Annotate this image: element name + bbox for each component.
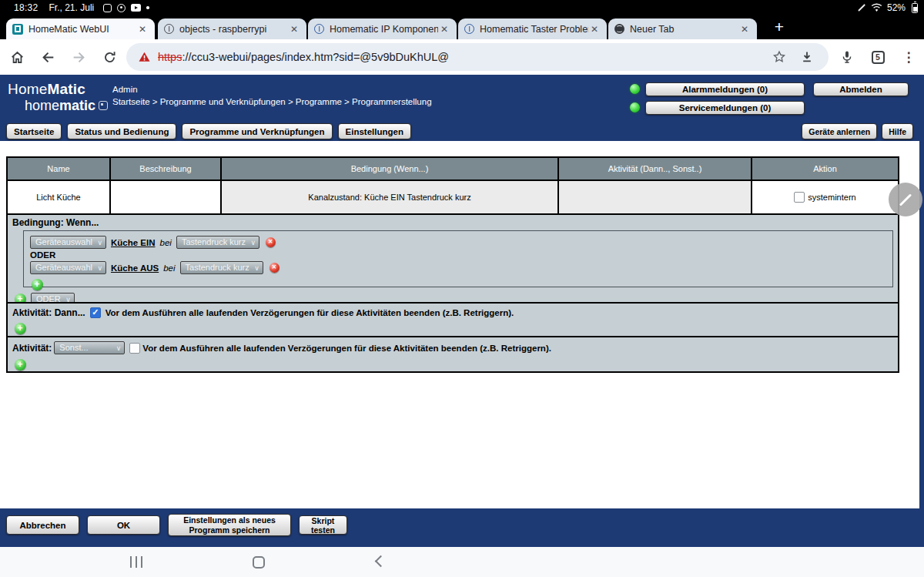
- nav-einstellungen[interactable]: Einstellungen: [338, 123, 411, 139]
- col-name: Name: [8, 158, 111, 179]
- logout-button[interactable]: Abmelden: [813, 82, 909, 96]
- tab-title: objects - raspberrypi: [179, 24, 288, 35]
- star-icon: [772, 49, 787, 65]
- main-nav: Startseite Status und Bedienung Programm…: [0, 122, 924, 141]
- wifi-icon: [871, 3, 882, 12]
- browser-toolbar: https://ccu3-webui/pages/index.htm?sid=@…: [0, 39, 924, 75]
- nav-right: Geräte anlernen Hilfe: [802, 123, 924, 139]
- condition-section: Bedingung: Wenn... Geräteauswahl Küche E…: [8, 213, 898, 302]
- tab-homematic-taster-problem[interactable]: Homematic Taster Problem ✕: [458, 18, 607, 39]
- nav-programme-und-verknuepfungen[interactable]: Programme und Verknüpfungen: [182, 123, 332, 139]
- service-led-icon: [630, 102, 640, 112]
- program-aktion: systemintern: [752, 181, 898, 213]
- youtube-icon: [131, 4, 141, 12]
- channel-link[interactable]: Küche EIN: [111, 238, 156, 247]
- cancel-button[interactable]: Abbrechen: [6, 515, 79, 535]
- date: Fr., 21. Juli: [49, 2, 95, 13]
- then-retrigger-checkbox[interactable]: [90, 307, 101, 318]
- systemintern-checkbox[interactable]: [794, 192, 805, 203]
- footer-bar: Abbrechen OK Einstellungen als neues Pro…: [0, 508, 924, 547]
- close-icon[interactable]: ✕: [438, 22, 450, 36]
- home-icon: [9, 49, 25, 65]
- program-beschreibung[interactable]: [111, 181, 222, 213]
- browser-menu-button[interactable]: ⋮: [893, 42, 924, 72]
- else-section: Aktivität: Sonst... Vor dem Ausführen al…: [8, 336, 898, 371]
- android-back-button[interactable]: [375, 555, 387, 568]
- delete-condition-icon[interactable]: [266, 237, 276, 247]
- download-icon: [799, 49, 815, 65]
- url-scheme: https: [158, 51, 182, 63]
- nav-status-und-bedienung[interactable]: Status und Bedienung: [67, 123, 176, 139]
- recents-button[interactable]: [130, 556, 142, 568]
- tab-homematic-webui[interactable]: HomeMatic WebUI ✕: [6, 18, 155, 39]
- tab-homematic-ip-komponenten[interactable]: Homematic IP Komponenten ✕: [308, 18, 457, 39]
- else-retrigger-note: Vor dem Ausführen alle laufenden Verzöge…: [142, 344, 551, 353]
- else-retrigger-checkbox[interactable]: [129, 343, 140, 354]
- notification-icons: [103, 4, 149, 12]
- download-button[interactable]: [793, 42, 821, 72]
- objects-favicon-icon: [164, 24, 174, 34]
- else-label: Aktivität:: [12, 343, 52, 354]
- tab-title: HomeMatic WebUI: [28, 24, 136, 35]
- tab-neuer-tab[interactable]: Neuer Tab ✕: [608, 18, 757, 39]
- alarm-messages-button[interactable]: Alarmmeldungen (0): [645, 82, 805, 96]
- android-nav-bar: [0, 547, 924, 577]
- program-name[interactable]: Licht Küche: [8, 181, 111, 213]
- tab-switcher-button[interactable]: 5: [862, 42, 893, 72]
- logo-line2: home: [25, 98, 59, 113]
- program-aktivitaet: [559, 181, 752, 213]
- address-bar[interactable]: https://ccu3-webui/pages/index.htm?sid=@…: [126, 43, 829, 71]
- voice-search-button[interactable]: [832, 42, 862, 72]
- android-home-button[interactable]: [253, 556, 265, 569]
- nav-startseite[interactable]: Startseite: [6, 123, 62, 139]
- event-select[interactable]: Tastendruck kurz: [180, 261, 263, 274]
- then-label: Aktivität: Dann...: [12, 307, 85, 318]
- close-icon[interactable]: ✕: [588, 22, 601, 36]
- bookmark-button[interactable]: [765, 42, 793, 72]
- tab-count: 5: [872, 51, 885, 64]
- ok-button[interactable]: OK: [87, 515, 160, 535]
- device-select[interactable]: Geräteauswahl: [30, 236, 106, 249]
- url-text: https://ccu3-webui/pages/index.htm?sid=@…: [158, 51, 765, 63]
- homematic-logo: HomeMatic homematic: [8, 81, 108, 114]
- close-icon[interactable]: ✕: [738, 22, 751, 36]
- nav-geraete-anlernen[interactable]: Geräte anlernen: [802, 123, 877, 139]
- add-condition-icon[interactable]: [32, 279, 43, 290]
- else-select[interactable]: Sonst...: [54, 341, 125, 354]
- device-select[interactable]: Geräteauswahl: [30, 261, 106, 274]
- screen: 18:32 Fr., 21. Juli 52% HomeMatic WebUI …: [0, 0, 924, 577]
- close-icon[interactable]: ✕: [288, 22, 300, 36]
- add-then-activity-icon[interactable]: [15, 323, 26, 334]
- stylus-icon: [858, 4, 865, 12]
- new-tab-button[interactable]: +: [769, 18, 789, 36]
- more-notifications-dot-icon: [146, 6, 149, 9]
- toolbar-right-icons: 5 ⋮: [832, 42, 924, 72]
- program-editor: Name Beschreibung Bedingung (Wenn...) Ak…: [6, 156, 899, 373]
- save-as-new-program-button[interactable]: Einstellungen als neues Programm speiche…: [168, 514, 291, 536]
- delete-condition-icon[interactable]: [270, 263, 280, 273]
- system-status-icons: 52%: [857, 2, 918, 13]
- forum-favicon-icon: [464, 24, 474, 34]
- reload-icon: [102, 49, 118, 65]
- table-row: Licht Küche Kanalzustand: Küche EIN Tast…: [8, 179, 898, 213]
- close-icon[interactable]: ✕: [136, 22, 149, 36]
- test-script-button[interactable]: Skript testen: [299, 515, 347, 535]
- tab-objects-raspberrypi[interactable]: objects - raspberrypi ✕: [158, 18, 306, 39]
- forward-button[interactable]: [63, 42, 94, 72]
- reload-button[interactable]: [94, 42, 125, 72]
- home-button[interactable]: [2, 42, 32, 72]
- event-select[interactable]: Tastendruck kurz: [176, 236, 259, 249]
- back-button[interactable]: [32, 42, 63, 72]
- stylus-edge-handle[interactable]: [889, 183, 922, 216]
- nav-hilfe[interactable]: Hilfe: [882, 123, 913, 139]
- homematic-ip-logo-icon: [99, 101, 108, 110]
- clock: 18:32: [14, 2, 38, 13]
- forward-icon: [71, 49, 87, 65]
- forum-favicon-icon: [314, 24, 324, 34]
- homematic-webui-page: HomeMatic homematic Admin Startseite > P…: [0, 75, 924, 547]
- service-messages-button[interactable]: Servicemeldungen (0): [645, 101, 805, 115]
- android-status-bar: 18:32 Fr., 21. Juli 52%: [0, 0, 924, 15]
- add-else-activity-icon[interactable]: [15, 359, 26, 371]
- channel-link[interactable]: Küche AUS: [111, 263, 159, 273]
- tab-title: Homematic IP Komponenten: [330, 24, 438, 35]
